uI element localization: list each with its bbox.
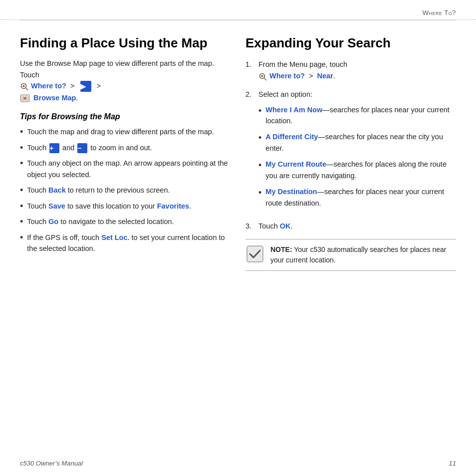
where-to-link-right[interactable]: Where to? (269, 72, 305, 80)
setloc-link[interactable]: Set Loc. (101, 234, 129, 241)
page-footer: c530 Owner’s Manual 11 (0, 460, 476, 467)
bullet: • (20, 201, 23, 212)
tip-text: Touch Back to return to the previous scr… (27, 185, 170, 196)
zoom-in-icon: + (49, 143, 59, 153)
left-section-title: Finding a Place Using the Map (20, 35, 231, 51)
browse-map-link[interactable]: Browse Map (33, 94, 76, 102)
list-item: • If the GPS is off, touch Set Loc. to s… (20, 232, 231, 254)
step-content: Touch OK. (258, 221, 456, 232)
where-to-icon-right (258, 71, 267, 82)
tip-text: Touch any object on the map. An arrow ap… (27, 158, 231, 180)
option-text: My Destination—searches for places near … (265, 186, 456, 209)
header-title: Where To? (423, 9, 456, 16)
step-number: 2. (245, 89, 254, 100)
back-link[interactable]: Back (48, 186, 66, 194)
svg-line-2 (26, 88, 28, 91)
tip-text: Touch Go to navigate to the selected loc… (27, 216, 174, 227)
left-column: Finding a Place Using the Map Use the Br… (20, 35, 231, 271)
note-body: Your c530 automatically searches for pla… (270, 245, 447, 264)
step-content: From the Menu page, touch Where to? > Ne… (258, 59, 456, 82)
list-item: • My Current Route—searches for places a… (258, 159, 456, 181)
tip-text: Touch Save to save this location to your… (27, 201, 191, 212)
list-item: • Touch the map and drag to view differe… (20, 126, 231, 138)
where-to-link[interactable]: Where to? (31, 82, 66, 90)
page-header: Where To? (0, 0, 476, 20)
bullet: • (20, 233, 23, 243)
bullet: • (20, 217, 23, 228)
save-link[interactable]: Save (48, 202, 65, 210)
options-list: • Where I Am Now—searches for places nea… (258, 104, 456, 209)
content-area: Finding a Place Using the Map Use the Br… (0, 20, 476, 281)
where-to-icon (20, 81, 29, 92)
note-box: NOTE: Your c530 automatically searches f… (245, 239, 456, 271)
favorites-link[interactable]: Favorites (157, 202, 189, 210)
zoom-out-icon: − (77, 143, 87, 153)
destination-link[interactable]: My Destination (265, 188, 317, 196)
intro-paragraph: Use the Browse Map page to view differen… (20, 58, 231, 103)
list-item: • Touch Save to save this location to yo… (20, 201, 231, 212)
ok-link[interactable]: OK (280, 222, 291, 230)
bullet: • (20, 143, 23, 154)
step-number: 1. (245, 59, 254, 70)
go-link[interactable]: Go (48, 218, 58, 226)
step-item: 2. Select an option: • Where I Am Now—se… (245, 89, 456, 214)
step-number: 3. (245, 221, 254, 232)
where-i-am-link[interactable]: Where I Am Now (265, 106, 322, 114)
svg-line-11 (264, 78, 267, 80)
current-route-link[interactable]: My Current Route (265, 160, 326, 168)
option-text: Where I Am Now—searches for places near … (265, 104, 456, 127)
note-text: NOTE: Your c530 automatically searches f… (270, 244, 456, 265)
right-section-title: Expanding Your Search (245, 35, 456, 51)
list-item: • A Different City—searches for places n… (258, 131, 456, 154)
list-item: • Touch Go to navigate to the selected l… (20, 216, 231, 228)
bullet: • (20, 127, 23, 138)
bullet: • (258, 186, 261, 200)
right-column: Expanding Your Search 1. From the Menu p… (245, 35, 456, 271)
near-link[interactable]: Near (317, 72, 333, 80)
tips-list: • Touch the map and drag to view differe… (20, 126, 231, 254)
different-city-link[interactable]: A Different City (265, 133, 318, 141)
svg-point-10 (261, 75, 263, 77)
option-text: A Different City—searches for places nea… (265, 131, 456, 154)
step-content: Select an option: • Where I Am Now—searc… (258, 89, 456, 214)
bullet: • (20, 158, 23, 169)
bullet: • (258, 131, 261, 145)
bullet: • (20, 185, 23, 196)
bullet: • (258, 104, 261, 118)
svg-point-1 (23, 85, 25, 87)
tip-text: Touch + and − to zoom in and out. (27, 142, 152, 153)
list-item: • Touch Back to return to the previous s… (20, 185, 231, 196)
list-item: • Touch + and − to zoom in and out. (20, 142, 231, 154)
list-item: • Where I Am Now—searches for places nea… (258, 104, 456, 127)
option-text: My Current Route—searches for places alo… (265, 159, 456, 181)
step-item: 3. Touch OK. (245, 221, 456, 232)
browse-map-icon (20, 93, 30, 103)
step-item: 1. From the Menu page, touch Where to? >… (245, 59, 456, 82)
steps-list: 1. From the Menu page, touch Where to? >… (245, 59, 456, 232)
subsection-title: Tips for Browsing the Map (20, 112, 231, 121)
list-item: • Touch any object on the map. An arrow … (20, 158, 231, 180)
footer-right: 11 (449, 460, 456, 467)
tip-text: Touch the map and drag to view different… (27, 126, 214, 137)
list-item: • My Destination—searches for places nea… (258, 186, 456, 209)
note-label: NOTE: (270, 245, 292, 253)
footer-left: c530 Owner’s Manual (20, 460, 83, 467)
svg-point-8 (24, 97, 26, 99)
tip-text: If the GPS is off, touch Set Loc. to set… (27, 232, 231, 254)
bullet: • (258, 159, 261, 173)
note-icon (245, 244, 264, 263)
nav-button-icon: ▶ (80, 81, 91, 92)
